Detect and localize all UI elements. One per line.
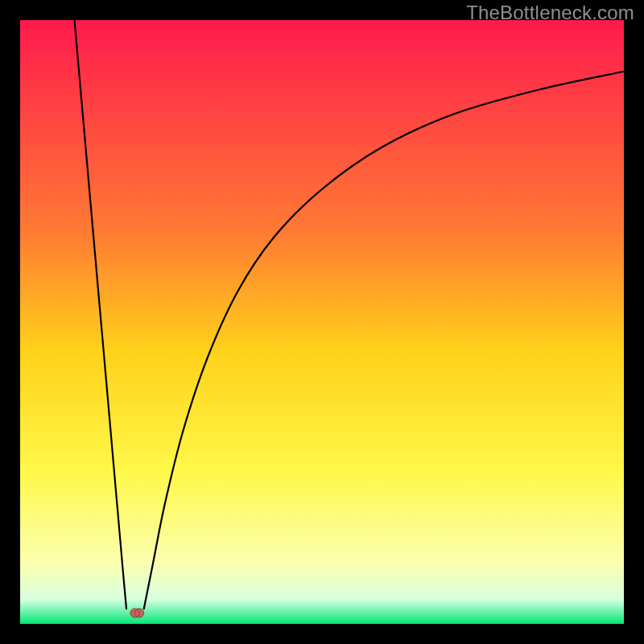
minimum-marker-icon [130,609,144,617]
chart-frame: TheBottleneck.com [0,0,644,644]
chart-svg [20,20,624,624]
gradient-background [20,20,624,624]
